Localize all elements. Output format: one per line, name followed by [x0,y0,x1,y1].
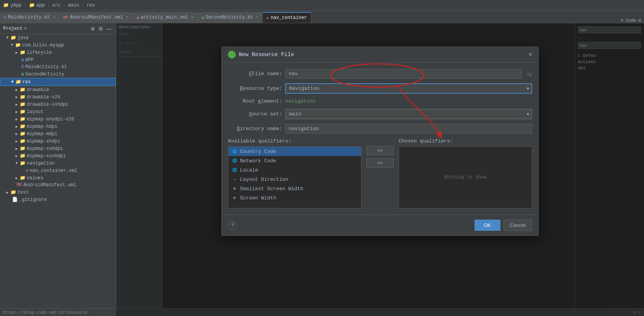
sort-button[interactable]: ↑↓ [527,71,532,77]
tree-arrow-mipmap-mdpi [15,132,18,136]
cancel-button[interactable]: Cancel [504,220,532,231]
file-icon-app: ◉ [21,57,24,63]
breadcrumb-item-res-folder[interactable]: res [87,3,95,8]
available-qualifiers-list: 🌐 Country Code 🌐 Network Code 🌐 [228,146,361,208]
breadcrumb-item-main[interactable]: src [52,3,61,8]
folder-icon-java: 📁 [10,35,16,41]
resource-type-select[interactable]: Navigation [285,83,532,94]
tree-item-mipmap-xhdpi[interactable]: 📁 mipmap-xhdpi [0,137,116,145]
breadcrumb-item-app[interactable]: yApp [10,3,22,8]
sidebar-minimize-btn[interactable]: — [106,26,113,32]
chosen-qualifiers-panel: Chosen qualifiers: Nothing to show [399,138,532,208]
qualifier-screen-width[interactable]: ⊞ Screen Width [228,193,361,203]
tree-item-mipmap-hdpi[interactable]: 📁 mipmap-hdpi [0,123,116,130]
breadcrumb-item-res[interactable]: main [68,3,79,8]
breadcrumb-item-src[interactable]: app [36,3,45,8]
folder-icon-res: 📁 [15,79,21,85]
file-icon-gitignore: 📄 [12,197,18,203]
qualifier-network-code[interactable]: 🌐 Network Code [228,156,361,165]
tree-item-mipmap-xxhdpi[interactable]: 📁 mipmap-xxhdpi [0,145,116,152]
tab-activity-main[interactable]: ◈ activity_main.xml × [133,12,198,23]
dialog-footer: ? OK Cancel [222,215,538,235]
folder-icon-drawable-v24: 📁 [20,94,26,100]
qualifiers-section: Available qualifiers: 🌐 Country Code 🌐 N… [228,138,532,208]
folder-icon-mipmap-hdpi: 📁 [20,124,26,129]
qualifier-icon-smallest-screen: ⊞ [231,185,238,192]
tab-second-activity[interactable]: ◉ SecondActivity.kt × [198,12,263,23]
available-qualifiers-panel: Available qualifiers: 🌐 Country Code 🌐 N… [228,138,361,208]
tree-item-java[interactable]: 📁 java [0,34,116,41]
tree-item-drawable-xxhdpi[interactable]: 📁 drawable-xxhdpi [0,101,116,108]
tree-arrow-mipmap-xxxhdpi [15,154,18,158]
remove-qualifier-button[interactable]: << [367,158,394,168]
tree-item-main-activity[interactable]: K MainActivity.kt [0,64,116,70]
tree-item-mipmap-mdpi[interactable]: 📁 mipmap-mdpi [0,130,116,137]
tree-item-lifecycle[interactable]: 📁 lifecycle [0,49,116,56]
tree-item-mipmap-anydpi[interactable]: 📁 mipmap-anydpi-v26 [0,115,116,123]
file-name-input[interactable] [285,69,522,79]
dialog-body: FFile name: ↑↓ Resource type: Navigation [222,63,538,215]
tree-arrow-lifecycle [15,50,18,55]
tree-arrow-com [11,43,13,47]
tab-icon-mf: MF [63,15,69,20]
tree-item-nav-container[interactable]: ⊳ nav_container.xml [0,167,116,174]
tree-item-drawable-v24[interactable]: 📁 drawable-v24 [0,93,116,101]
tab-close-activity-main[interactable]: × [191,15,194,20]
tree-item-app[interactable]: ◉ APP [0,56,116,64]
tree-item-values[interactable]: 📁 values [0,174,116,182]
qualifier-locale[interactable]: 🌐 Locale [228,165,361,175]
source-set-select-wrapper: main ▼ [285,109,532,119]
tree-item-second-activity[interactable]: ◉ SecondActivity [0,70,116,78]
tab-icon-second-activity: ◉ [202,15,204,20]
source-set-row: Source set: main ▼ [228,109,532,119]
tab-android-manifest[interactable]: MF AndroidManifest.xml × [60,12,133,23]
folder-icon-test: 📁 [10,189,16,195]
tab-close-manifest[interactable]: × [126,15,128,20]
root-element-row: Root element: navigation [228,98,532,104]
tree-item-drawable[interactable]: 📁 drawable [0,86,116,93]
tab-main-activity[interactable]: K MainActivity.kt × [0,12,60,23]
sidebar-settings-btn[interactable]: ⚙ [98,26,104,32]
nothing-to-show: Nothing to show [399,147,532,208]
dialog-title-icon: 🌿 [228,51,236,58]
folder-icon-navigation: 📁 [20,160,26,166]
split-toggle[interactable]: ⊟ [638,18,641,23]
folder-icon-mipmap-xhdpi: 📁 [20,138,26,144]
qualifier-smallest-screen[interactable]: ⊞ Smallest Screen Width [228,184,361,193]
tab-close-second-activity[interactable]: × [256,15,259,20]
tree-item-navigation[interactable]: 📁 navigation [0,160,116,167]
qualifier-country-code[interactable]: 🌐 Country Code [228,147,361,156]
tab-close-main-activity[interactable]: × [53,15,55,20]
qualifier-layout-direction[interactable]: ↔ Layout Direction [228,175,361,184]
source-set-select[interactable]: main [285,109,532,119]
tab-icon-kt: K [4,15,7,20]
folder-icon-drawable-xxhdpi: 📁 [20,101,26,107]
dialog-close-button[interactable]: × [529,51,532,58]
add-qualifier-button[interactable]: >> [367,146,394,155]
tab-bar: K MainActivity.kt × MF AndroidManifest.x… [0,11,644,23]
tab-nav-container[interactable]: ⊳ nav_container [263,12,311,23]
new-resource-file-dialog: 🌿 New Resource File × FFile name: ↑↓ [221,46,539,236]
footer-buttons: OK Cancel [474,220,532,231]
breadcrumb-bar: 📁 yApp › 📁 app › src › main › res [0,0,644,11]
tree-item-layout[interactable]: 📁 layout [0,108,116,115]
sidebar-dropdown-arrow[interactable]: ▼ [24,26,27,31]
tree-item-mipmap-xxxhdpi[interactable]: 📁 mipmap-xxxhdpi [0,152,116,160]
ok-button[interactable]: OK [474,220,500,231]
tree-arrow-mipmap-xxhdpi [15,146,18,151]
tree-arrow-mipmap-anydpi [15,117,18,122]
tree-item-test[interactable]: 📁 test [0,189,116,196]
directory-name-input[interactable] [285,124,532,134]
tree-item-android-manifest[interactable]: MF AndroidManifest.xml [0,182,116,189]
code-toggle[interactable]: ≡ Code [621,18,636,23]
qualifier-icon-screen-width: ⊞ [231,195,238,201]
tree-item-gitignore[interactable]: 📄 .gitignore [0,196,116,203]
qualifier-icon-locale: 🌐 [231,167,238,173]
tree-arrow-drawable [15,88,18,92]
help-button[interactable]: ? [228,221,237,230]
tree-item-com-bliss[interactable]: 📁 com.bliss.myapp [0,41,116,49]
folder-icon-drawable: 📁 [20,87,26,93]
tree-item-res[interactable]: 📁 res [0,78,116,86]
sidebar-locate-btn[interactable]: ⊕ [90,26,96,32]
tree-arrow-drawable-v24 [15,95,18,100]
